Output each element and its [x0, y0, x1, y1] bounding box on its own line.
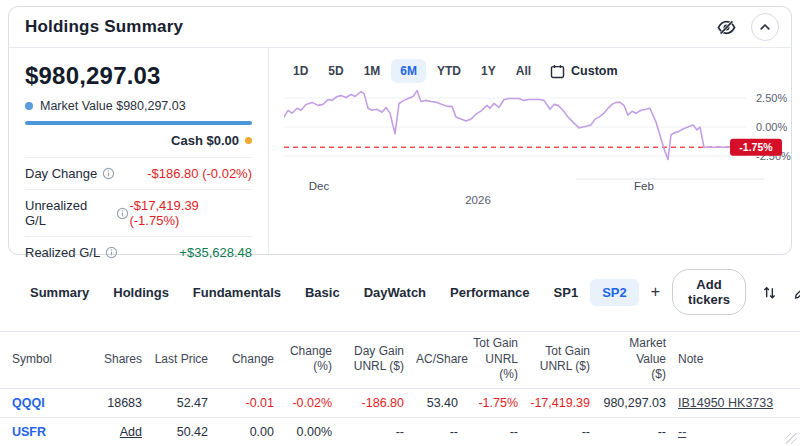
note-link[interactable]: IB14950 HK3733: [672, 388, 800, 417]
table-cell: -0.02%: [280, 388, 338, 417]
chevron-up-icon: [758, 20, 772, 34]
info-icon[interactable]: [116, 207, 129, 220]
column-header[interactable]: Market Value($): [596, 332, 672, 389]
custom-range-label: Custom: [571, 64, 618, 78]
holdings-summary-card: Holdings Summary $980,297.03 Market Valu…: [8, 6, 792, 255]
custom-range-button[interactable]: Custom: [550, 64, 618, 79]
tab-sp1[interactable]: SP1: [542, 279, 591, 306]
column-header[interactable]: Last Price: [148, 332, 214, 389]
hide-values-button[interactable]: [716, 17, 737, 38]
holdings-table: SymbolSharesLast PriceChangeChange (%)Da…: [0, 331, 800, 446]
market-value-legend: Market Value $980,297.03: [25, 99, 252, 113]
column-header[interactable]: Change (%): [280, 332, 338, 389]
svg-text:Dec: Dec: [309, 180, 330, 192]
chart-panel: 1D5D1M6MYTD1YAll Custom 2.50%0.00%-2.50%…: [268, 48, 791, 254]
info-icon[interactable]: [105, 246, 118, 259]
table-cell: --: [464, 417, 524, 446]
symbol-link[interactable]: USFR: [0, 417, 92, 446]
table-cell: --: [524, 417, 596, 446]
svg-text:0.00%: 0.00%: [756, 121, 787, 133]
table-cell: 50.42: [148, 417, 214, 446]
stat-value: +$35,628.48: [179, 245, 252, 260]
stat-row: Unrealized G/L-$17,419.39 (-1.75%): [25, 190, 252, 237]
range-button-1m[interactable]: 1M: [355, 59, 390, 83]
range-button-5d[interactable]: 5D: [319, 59, 352, 83]
eye-off-icon: [716, 17, 737, 38]
pencil-icon: [793, 284, 800, 300]
performance-chart: 2.50%0.00%-2.50%Dec2026Feb-1.75%: [284, 85, 791, 215]
column-header[interactable]: Shares: [92, 332, 148, 389]
svg-text:Feb: Feb: [634, 180, 654, 192]
tab-fundamentals[interactable]: Fundamentals: [181, 279, 293, 306]
svg-text:2.50%: 2.50%: [756, 92, 787, 104]
collapse-button[interactable]: [751, 13, 779, 41]
add-view-tab-button[interactable]: +: [639, 279, 672, 305]
market-value-label: Market Value $980,297.03: [40, 99, 186, 113]
sort-button[interactable]: [761, 284, 778, 301]
cash-dot-icon: [245, 137, 252, 144]
range-button-all[interactable]: All: [507, 59, 540, 83]
tab-basic[interactable]: Basic: [293, 279, 352, 306]
add-shares-link[interactable]: Add: [92, 417, 148, 446]
time-range-selector: 1D5D1M6MYTD1YAll Custom: [284, 59, 791, 83]
tab-performance[interactable]: Performance: [438, 279, 541, 306]
add-tickers-button[interactable]: Add tickers: [672, 269, 746, 315]
stat-label: Unrealized G/L: [25, 198, 129, 228]
calendar-icon: [550, 64, 565, 79]
stat-row: Day Change-$186.80 (-0.02%): [25, 158, 252, 190]
column-header[interactable]: Symbol: [0, 332, 92, 389]
range-button-1d[interactable]: 1D: [284, 59, 317, 83]
table-cell: -186.80: [338, 388, 410, 417]
view-tabbar: SummaryHoldingsFundamentalsBasicDayWatch…: [8, 272, 792, 312]
column-header[interactable]: AC/Share: [410, 332, 464, 389]
table-cell: --: [410, 417, 464, 446]
tab-holdings[interactable]: Holdings: [101, 279, 181, 306]
table-cell: --: [596, 417, 672, 446]
table-cell: 53.40: [410, 388, 464, 417]
svg-text:2026: 2026: [465, 194, 491, 206]
column-header[interactable]: Tot GainUNRL ($): [524, 332, 596, 389]
page-title: Holdings Summary: [25, 17, 716, 37]
stat-label: Day Change: [25, 166, 115, 181]
cash-label: Cash $0.00: [171, 133, 239, 148]
cash-row: Cash $0.00: [25, 125, 252, 158]
table-cell: 980,297.03: [596, 388, 672, 417]
stat-label: Realized G/L: [25, 245, 118, 260]
account-stats-panel: $980,297.03 Market Value $980,297.03 Cas…: [9, 48, 268, 254]
resize-grip[interactable]: [786, 433, 797, 444]
card-header: Holdings Summary: [9, 7, 791, 48]
svg-text:-1.75%: -1.75%: [739, 141, 773, 153]
total-market-value: $980,297.03: [25, 62, 252, 90]
range-button-6m[interactable]: 6M: [391, 59, 426, 83]
table-row: USFRAdd50.420.000.00%------------: [0, 417, 800, 446]
tab-summary[interactable]: Summary: [18, 279, 101, 306]
info-icon[interactable]: [102, 167, 115, 180]
table-cell: 0.00: [214, 417, 280, 446]
table-cell: -0.01: [214, 388, 280, 417]
column-header[interactable]: Tot GainUNRL (%): [464, 332, 524, 389]
note-link[interactable]: --: [672, 417, 800, 446]
range-button-1y[interactable]: 1Y: [472, 59, 505, 83]
table-cell: 18683: [92, 388, 148, 417]
tab-daywatch[interactable]: DayWatch: [352, 279, 438, 306]
table-cell: 0.00%: [280, 417, 338, 446]
sort-icon: [761, 284, 778, 301]
symbol-link[interactable]: QQQI: [0, 388, 92, 417]
stat-value: -$17,419.39 (-1.75%): [129, 198, 252, 228]
table-cell: -1.75%: [464, 388, 524, 417]
column-header[interactable]: Note: [672, 332, 800, 389]
edit-button[interactable]: [793, 284, 800, 300]
tab-sp2[interactable]: SP2: [590, 279, 639, 306]
table-row: QQQI1868352.47-0.01-0.02%-186.8053.40-1.…: [0, 388, 800, 417]
table-cell: --: [338, 417, 410, 446]
table-cell: -17,419.39: [524, 388, 596, 417]
stat-row: Realized G/L+$35,628.48: [25, 237, 252, 268]
stat-value: -$186.80 (-0.02%): [147, 166, 252, 181]
column-header[interactable]: Day GainUNRL ($): [338, 332, 410, 389]
market-value-dot-icon: [25, 102, 33, 110]
range-button-ytd[interactable]: YTD: [428, 59, 470, 83]
column-header[interactable]: Change: [214, 332, 280, 389]
table-cell: 52.47: [148, 388, 214, 417]
